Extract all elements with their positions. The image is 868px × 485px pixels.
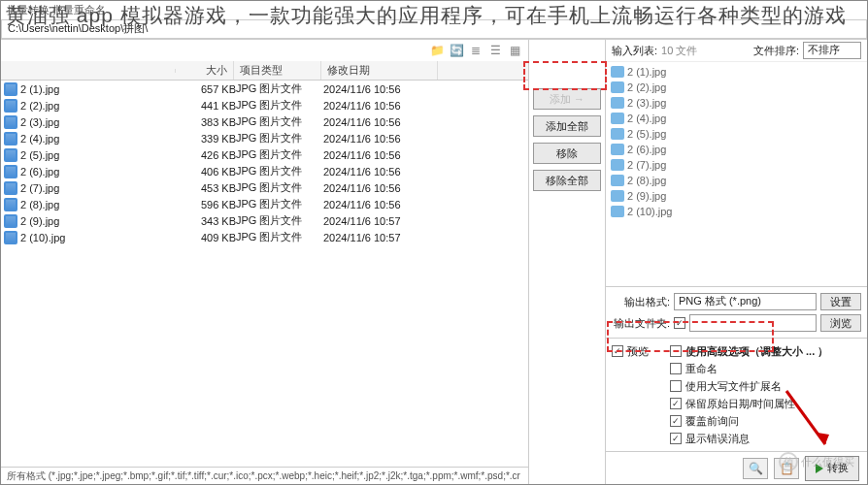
view-detail-icon[interactable]: ☰ [487,43,503,58]
path-input[interactable]: C:\Users\nettin\Desktop\拼图\ [1,19,867,39]
list-item[interactable]: 2 (8).jpg [608,173,865,188]
list-item[interactable]: 2 (3).jpg [608,95,865,111]
right-pane: 输入列表: 10 文件 文件排序: 不排序 2 (1).jpg2 (2).jpg… [605,40,867,484]
list-item[interactable]: 2 (2).jpg [608,80,865,95]
app-window: 批量转换 批量重命名 C:\Users\nettin\Desktop\拼图\ 📁… [0,0,868,485]
table-row[interactable]: 2 (2).jpg441 KBJPG 图片文件2024/11/6 10:56 [1,97,528,113]
view-thumb-icon[interactable]: ▦ [507,43,522,58]
table-row[interactable]: 2 (6).jpg406 KBJPG 图片文件2024/11/6 10:56 [1,163,528,179]
remove-all-button[interactable]: 移除全部 [533,170,601,191]
format-label: 输出格式: [612,295,670,309]
add-all-button[interactable]: 添加全部 [533,115,601,137]
list-item[interactable]: 2 (5).jpg [608,126,865,142]
format-select[interactable]: PNG 格式 (*.png) [674,293,817,310]
list-item[interactable]: 2 (7).jpg [608,157,865,173]
path-bar: C:\Users\nettin\Desktop\拼图\ [1,18,867,40]
sort-label: 文件排序: [753,44,799,58]
watermark-text: 什么值得买 [801,455,854,469]
left-pane: 📁 🔄 ≣ ☰ ▦ 大小 项目类型 修改日期 2 (1).jpg657 KBJP… [1,40,529,484]
list-item[interactable]: 2 (10).jpg [608,204,865,219]
list-item[interactable]: 2 (1).jpg [608,64,865,80]
table-row[interactable]: 2 (5).jpg426 KBJPG 图片文件2024/11/6 10:56 [1,146,528,163]
image-file-icon [4,148,17,162]
output-list[interactable]: 2 (1).jpg2 (2).jpg2 (3).jpg2 (4).jpg2 (5… [606,61,867,286]
list-item[interactable]: 2 (4).jpg [608,111,865,126]
image-file-icon [611,159,624,171]
image-file-icon [611,128,624,140]
image-file-icon [611,97,624,109]
input-count: 10 文件 [661,44,697,58]
input-count-label: 输入列表: [612,44,657,58]
add-button[interactable]: 添加 → [533,88,601,110]
image-file-icon [611,190,624,202]
title-bar: 批量转换 批量重命名 [1,1,867,18]
list-item[interactable]: 2 (9).jpg [608,188,865,204]
image-file-icon [611,81,624,93]
err-checkbox[interactable]: ✓ [670,433,682,444]
file-table: 大小 项目类型 修改日期 2 (1).jpg657 KBJPG 图片文件2024… [1,61,528,467]
table-row[interactable]: 2 (1).jpg657 KBJPG 图片文件2024/11/6 10:56 [1,81,528,97]
ask-label: 覆盖前询问 [685,414,739,429]
image-file-icon [611,113,624,124]
image-file-icon [4,132,17,146]
rename-checkbox[interactable] [670,363,682,374]
rename-label: 重命名 [685,362,718,376]
remove-button[interactable]: 移除 [533,143,601,164]
adv-checkbox[interactable] [670,345,682,357]
mid-pane: 添加 → 添加全部 移除 移除全部 [529,40,605,484]
image-file-icon [611,206,624,217]
folder-input[interactable] [689,314,817,332]
file-header: 大小 项目类型 修改日期 [1,61,528,81]
col-type[interactable]: 项目类型 [234,61,321,80]
ext-checkbox[interactable] [670,380,682,392]
table-row[interactable]: 2 (7).jpg453 KBJPG 图片文件2024/11/6 10:56 [1,179,528,196]
output-settings: 输出格式: PNG 格式 (*.png) 设置 输出文件夹: ✓ 浏览 [606,286,867,338]
left-toolbar: 📁 🔄 ≣ ☰ ▦ [1,40,528,61]
col-date[interactable]: 修改日期 [321,61,438,80]
date-checkbox[interactable]: ✓ [670,398,682,409]
image-file-icon [4,82,17,96]
watermark: 值 什么值得买 [779,452,854,471]
image-file-icon [4,198,17,211]
refresh-icon[interactable]: 🔄 [449,43,464,58]
image-file-icon [4,115,17,129]
image-file-icon [4,165,17,178]
table-row[interactable]: 2 (4).jpg339 KBJPG 图片文件2024/11/6 10:56 [1,130,528,146]
col-name[interactable] [1,69,176,73]
folder-label: 输出文件夹: [612,316,670,331]
date-label: 保留原始日期/时间属性 [685,397,795,411]
sort-select[interactable]: 不排序 [803,42,861,59]
image-file-icon [611,66,624,78]
image-file-icon [4,214,17,228]
col-size[interactable]: 大小 [176,61,234,80]
watermark-logo-icon: 值 [779,452,798,471]
ask-checkbox[interactable]: ✓ [670,415,682,427]
err-label: 显示错误消息 [685,432,750,446]
image-file-icon [611,175,624,186]
status-bar: 所有格式 (*.jpg;*.jpe;*.jpeg;*.bmp;*.gif;*.t… [1,467,528,484]
image-file-icon [4,181,17,195]
options-panel: ✓预览 使用高级选项（调整大小 ... ） 重命名 使用大写文件扩展名 ✓保留原… [606,338,867,451]
folder-open-icon[interactable]: 📁 [429,43,445,58]
list-item[interactable]: 2 (6).jpg [608,142,865,157]
image-file-icon [611,144,624,155]
image-file-icon [4,99,17,113]
view-list-icon[interactable]: ≣ [468,43,484,58]
table-row[interactable]: 2 (3).jpg383 KBJPG 图片文件2024/11/6 10:56 [1,113,528,130]
table-row[interactable]: 2 (8).jpg596 KBJPG 图片文件2024/11/6 10:56 [1,196,528,212]
preview-label: 预览 [627,344,649,359]
image-file-icon [4,231,17,244]
table-row[interactable]: 2 (10).jpg409 KBJPG 图片文件2024/11/6 10:57 [1,229,528,245]
table-row[interactable]: 2 (9).jpg343 KBJPG 图片文件2024/11/6 10:57 [1,212,528,229]
adv-label: 使用高级选项（调整大小 ... ） [685,344,828,359]
search-icon-button[interactable]: 🔍 [743,458,768,479]
preview-checkbox[interactable]: ✓ [612,345,623,357]
ext-label: 使用大写文件扩展名 [685,379,782,394]
right-top-bar: 输入列表: 10 文件 文件排序: 不排序 [606,40,867,61]
folder-checkbox[interactable]: ✓ [674,317,685,329]
settings-button[interactable]: 设置 [820,293,861,310]
browse-button[interactable]: 浏览 [820,314,861,332]
